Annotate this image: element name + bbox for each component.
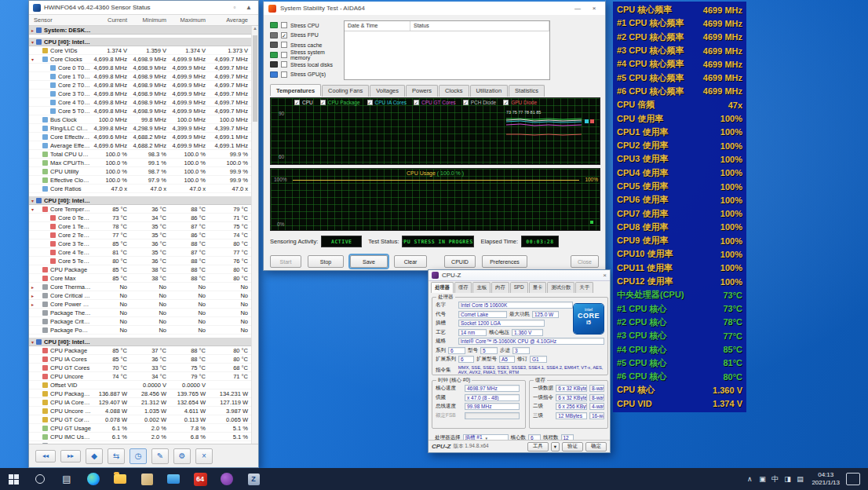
sensor-row[interactable]: Core 3 T0 Clock (perf #4/7) 4,699.8 MHz …: [29, 90, 251, 98]
sensor-row[interactable]: Package Thermal Throttling No No No No: [29, 309, 251, 317]
sensor-row[interactable]: Offset VID 0.0000 V 0.0000 V: [29, 381, 251, 389]
sensor-row[interactable]: Package Critical Temperature No No No No: [29, 317, 251, 326]
sensor-row[interactable]: ▸ System: DESKTOP-PC (ASUS PRIME Z490-P): [29, 26, 251, 35]
sst-tab[interactable]: Utilization: [470, 85, 509, 97]
sensor-row[interactable]: ▾ CPU [#0]: Intel Core i5-10600K: Enhanc…: [29, 38, 251, 46]
sensor-row[interactable]: CPU Utility 100.0 % 98.7 % 100.0 % 99.9 …: [29, 167, 251, 176]
log-column-status[interactable]: Status: [410, 21, 549, 31]
cpuz-titlebar[interactable]: CPU-Z ×: [429, 270, 610, 281]
validate-button[interactable]: 验证: [562, 442, 583, 452]
column-sensor[interactable]: Sensor: [29, 16, 91, 24]
toolbar-button[interactable]: ✎: [151, 448, 169, 464]
sensor-row[interactable]: Ring/LLC Clock 4,399.8 MHz 4,298.9 MHz 4…: [29, 124, 251, 133]
column-maximum[interactable]: Maximum: [170, 16, 209, 24]
toolbar-button[interactable]: ⚙: [173, 448, 191, 464]
sst-button[interactable]: Clear: [394, 255, 427, 268]
sst-tab[interactable]: Statistics: [509, 85, 545, 97]
sensor-row[interactable]: ▾ Core Clocks 4,699.8 MHz 4,698.9 MHz 4,…: [29, 55, 251, 64]
stress-option[interactable]: Stress CPU: [270, 20, 344, 31]
sensor-row[interactable]: Average Effective Clock 4,699.6 MHz 4,68…: [29, 141, 251, 150]
expander-icon[interactable]: ▸: [29, 302, 36, 307]
expander-icon[interactable]: ▾: [29, 207, 36, 212]
expander-icon[interactable]: ▾: [29, 39, 36, 45]
search-button[interactable]: [30, 469, 50, 489]
toolbar-button[interactable]: ×: [195, 448, 213, 464]
close-icon[interactable]: ×: [588, 5, 600, 12]
sensor-row[interactable]: CPU GT Cores 70 °C 33 °C 75 °C 68 °C: [29, 364, 251, 372]
sensor-row[interactable]: Core VIDs 1.374 V 1.359 V 1.374 V 1.373 …: [29, 46, 251, 55]
column-current[interactable]: Current: [91, 16, 130, 24]
expander-icon[interactable]: ▾: [29, 57, 36, 62]
sensor-row[interactable]: Core 5 T0 Clock (perf #6/11) 4,699.8 MHz…: [29, 107, 251, 115]
sensor-row[interactable]: ▸ Core Critical Temperature No No No No: [29, 291, 251, 300]
expander-icon[interactable]: ▸: [29, 284, 36, 290]
sensor-row[interactable]: Core Ratios 47.0 x 47.0 x 47.0 x 47.0 x: [29, 185, 251, 193]
sensor-row[interactable]: Bus Clock 100.0 MHz 99.8 MHz 100.0 MHz 1…: [29, 115, 251, 124]
expander-icon[interactable]: ▾: [29, 339, 36, 345]
sensor-row[interactable]: Core 1 Temperature 78 °C 35 °C 87 °C 75 …: [29, 222, 251, 231]
expander-icon[interactable]: ▾: [29, 198, 36, 203]
log-column-datetime[interactable]: Date & Time: [345, 21, 410, 31]
cpuz-tab[interactable]: SPD: [510, 282, 528, 293]
sensor-row[interactable]: Core 3 Temperature 85 °C 36 °C 88 °C 80 …: [29, 240, 251, 248]
sst-button[interactable]: Stop: [308, 255, 344, 268]
cpuz-tab[interactable]: 测试分数: [547, 282, 574, 293]
cpuz-tab[interactable]: 关于: [575, 282, 593, 293]
minimize-icon[interactable]: —: [571, 5, 584, 12]
ok-button[interactable]: 确定: [585, 442, 607, 452]
tray-icon[interactable]: ▤: [794, 475, 805, 483]
toolbar-button[interactable]: ⇆: [108, 448, 125, 464]
sensor-row[interactable]: Core Max 85 °C 38 °C 88 °C 80 °C: [29, 274, 251, 283]
mail-app-button[interactable]: [163, 469, 184, 489]
sst-button[interactable]: Close: [571, 255, 599, 268]
checkbox[interactable]: [281, 71, 287, 78]
sensor-row[interactable]: Total CPU Errors (WHEA) 0 0 0 0: [29, 441, 251, 444]
file-explorer-button[interactable]: [110, 469, 130, 489]
sensor-row[interactable]: Max CPU/Thread Usage 100.0 % 99.1 % 100.…: [29, 159, 251, 167]
scrollbar-thumb[interactable]: [253, 35, 257, 122]
taskbar-clock[interactable]: 04:13 2021/1/13: [811, 471, 840, 487]
column-minimum[interactable]: Minimum: [130, 16, 170, 24]
sensor-row[interactable]: CPU GT Cores Power 0.078 W 0.002 W 0.113…: [29, 415, 251, 424]
expander-icon[interactable]: ▸: [29, 27, 36, 33]
sensor-row[interactable]: Core Effective Clocks 4,699.6 MHz 4,688.…: [29, 133, 251, 141]
checkbox[interactable]: [281, 52, 287, 58]
tray-chevron-icon[interactable]: ∧: [744, 475, 755, 483]
sensor-row[interactable]: CPU IA Cores Power 129.407 W 21.312 W 13…: [29, 398, 251, 407]
aida64-taskbar-button[interactable]: 64: [190, 469, 210, 489]
toolbar-button[interactable]: ◷: [129, 448, 147, 464]
column-average[interactable]: Average: [209, 16, 251, 24]
sensor-row[interactable]: CPU GT Usage 6.1 % 2.0 % 7.8 % 5.1 %: [29, 424, 251, 433]
sensor-row[interactable]: CPU Package 85 °C 37 °C 88 °C 80 °C: [29, 346, 251, 355]
sensor-row[interactable]: ▾ Core Temperatures 85 °C 36 °C 88 °C 79…: [29, 205, 251, 214]
pin-icon[interactable]: ▲: [243, 4, 254, 11]
stress-option[interactable]: Stress system memory: [270, 50, 344, 60]
sensor-row[interactable]: Effective Clock Utilization 100.0 % 97.9…: [29, 176, 251, 185]
photos-app-button[interactable]: [137, 469, 157, 489]
sensor-row[interactable]: CPU IA Cores 85 °C 36 °C 88 °C 80 °C: [29, 355, 251, 364]
tray-icon[interactable]: ▣: [757, 475, 768, 483]
sst-button[interactable]: Save: [350, 255, 388, 268]
tools-dropdown-button[interactable]: ▾: [551, 442, 560, 452]
sensor-row[interactable]: Total CPU Usage 100.0 % 98.3 % 100.0 % 9…: [29, 150, 251, 159]
checkbox[interactable]: ✓: [281, 32, 287, 38]
start-button[interactable]: [3, 469, 24, 489]
sensor-row[interactable]: Core 2 T0 Clock (perf #3/5) 4,699.8 MHz …: [29, 81, 251, 90]
stress-option[interactable]: Stress GPU(s): [270, 70, 344, 80]
scrollbar[interactable]: ▲: [251, 26, 258, 444]
cpuz-tab[interactable]: 主板: [472, 282, 491, 293]
sensor-row[interactable]: Core 1 T0 Clock (perf #2/3) 4,699.8 MHz …: [29, 72, 251, 81]
checkbox[interactable]: [281, 22, 287, 28]
sensor-row[interactable]: ▸ Core Power Limit Exceeded No No No No: [29, 300, 251, 309]
hwinfo-titlebar[interactable]: HWiNFO64 v6.42-4360 Sensor Status ▫ ▲: [29, 1, 258, 15]
checkbox[interactable]: [281, 61, 287, 68]
stress-option[interactable]: Stress cache: [270, 40, 344, 50]
sensor-row[interactable]: Core 4 T0 Clock (perf #5/9) 4,699.8 MHz …: [29, 98, 251, 107]
tools-button[interactable]: 工具: [527, 442, 549, 452]
task-view-button[interactable]: ▤: [57, 469, 77, 489]
sensor-row[interactable]: CPU Package Power 136.887 W 28.456 W 139…: [29, 389, 251, 398]
sensor-row[interactable]: Core 2 Temperature 77 °C 35 °C 86 °C 74 …: [29, 231, 251, 240]
sensor-row[interactable]: Core 4 Temperature 81 °C 35 °C 87 °C 77 …: [29, 248, 251, 257]
sensor-row[interactable]: CPU Uncore 74 °C 34 °C 79 °C 71 °C: [29, 372, 251, 381]
sensor-row[interactable]: Core 0 Temperature 73 °C 34 °C 86 °C 71 …: [29, 214, 251, 222]
